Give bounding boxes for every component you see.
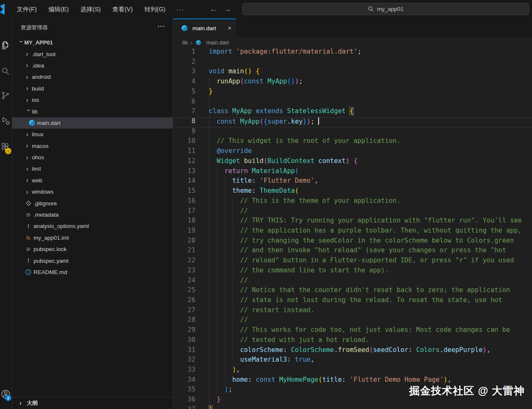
- breadcrumb-folder[interactable]: lib: [182, 39, 188, 46]
- code-editor[interactable]: 1import 'package:flutter/material.dart';…: [173, 48, 532, 409]
- code-line-27[interactable]: 27 // restart instead.: [173, 306, 532, 316]
- run-debug-icon[interactable]: [0, 116, 11, 127]
- tree-item-web[interactable]: ›web: [12, 175, 173, 186]
- tree-item-label: test: [32, 166, 41, 172]
- sidebar-more-actions-button[interactable]: ···: [158, 23, 165, 30]
- code-text: return MaterialApp(: [209, 167, 299, 175]
- code-line-11[interactable]: 11 @override: [173, 147, 532, 157]
- code-line-19[interactable]: 19 // the application has a purple toolb…: [173, 227, 532, 237]
- code-line-1[interactable]: 1import 'package:flutter/material.dart';: [173, 48, 532, 58]
- code-line-2[interactable]: 2: [173, 58, 532, 68]
- outline-section-header[interactable]: › 大纲: [12, 397, 173, 409]
- tree-item-pubspec-lock[interactable]: pubspec.lock: [12, 243, 173, 255]
- extensions-warning-badge: ⚠: [5, 148, 11, 154]
- tab-label: main.dart: [192, 25, 216, 31]
- tree-item-android[interactable]: ›android: [12, 71, 173, 83]
- tree-item-lib[interactable]: ›lib: [12, 106, 173, 117]
- code-line-24[interactable]: 24 //: [173, 277, 532, 287]
- search-icon[interactable]: [0, 66, 11, 77]
- code-line-13[interactable]: 13 return MaterialApp(: [173, 167, 532, 177]
- menu-item-4[interactable]: 转到(G): [139, 3, 171, 16]
- tree-item--metadata[interactable]: .metadata: [12, 209, 173, 220]
- code-line-22[interactable]: 22 // reload" button in a Flutter-suppor…: [173, 256, 532, 267]
- tree-item-build[interactable]: ›build: [12, 83, 173, 94]
- tree-item--idea[interactable]: ›.idea: [12, 60, 173, 71]
- code-line-18[interactable]: 18 // TRY THIS: Try running your applica…: [173, 217, 532, 227]
- code-line-26[interactable]: 26 // state is not lost during the reloa…: [173, 296, 532, 306]
- tree-item-pubspec-yaml[interactable]: !pubspec.yaml: [12, 255, 173, 266]
- code-line-21[interactable]: 21 // and then invoke "hot reload" (save…: [173, 246, 532, 256]
- tree-item-windows[interactable]: ›windows: [12, 186, 173, 197]
- tab-close-icon[interactable]: ×: [228, 25, 231, 31]
- code-line-16[interactable]: 16 // This is the theme of your applicat…: [173, 197, 532, 207]
- code-line-32[interactable]: 32 useMaterial3: true,: [173, 356, 532, 366]
- code-line-20[interactable]: 20 // try changing the seedColor in the …: [173, 237, 532, 247]
- tree-item-label: .metadata: [34, 212, 59, 218]
- code-line-31[interactable]: 31 colorScheme: ColorScheme.fromSeed(see…: [173, 346, 532, 356]
- nav-forward-button[interactable]: →: [223, 5, 231, 14]
- menu-more-button[interactable]: ···: [171, 6, 189, 13]
- code-line-6[interactable]: 6: [173, 98, 532, 108]
- code-line-10[interactable]: 10 // This widget is the root of your ap…: [173, 137, 532, 147]
- line-number: 11: [173, 147, 195, 155]
- tree-item-analysis-options-yaml[interactable]: !analysis_options.yaml: [12, 220, 173, 232]
- dart-file-icon: [28, 119, 35, 126]
- tree-item-test[interactable]: ›test: [12, 163, 173, 174]
- code-line-7[interactable]: 7class MyApp extends StatelessWidget {: [173, 107, 532, 117]
- tree-item-label: windows: [32, 189, 54, 195]
- code-line-30[interactable]: 30 // tested with just a hot reload.: [173, 336, 532, 346]
- code-line-5[interactable]: 5}: [173, 88, 532, 98]
- tree-item-linux[interactable]: ›linux: [12, 129, 173, 140]
- tree-item-macos[interactable]: ›macos: [12, 140, 173, 152]
- code-text: Widget build(BuildContext context) {: [209, 157, 358, 165]
- code-line-9[interactable]: 9: [173, 127, 532, 137]
- chevron-right-icon: ›: [26, 155, 32, 160]
- code-line-3[interactable]: 3void main() {: [173, 67, 532, 78]
- line-number: 9: [173, 127, 195, 135]
- tree-item-label: analysis_options.yaml: [34, 223, 89, 229]
- menu-item-3[interactable]: 查看(V): [106, 3, 138, 16]
- line-number: 28: [173, 316, 195, 324]
- title-bar: 文件(F)编辑(E)选择(S)查看(V)转到(G)··· ← → my_app0…: [0, 0, 532, 18]
- tree-item--gitignore[interactable]: .gitignore: [12, 197, 173, 209]
- line-number: 30: [173, 336, 195, 344]
- iml-file-icon: [25, 235, 32, 241]
- nav-back-button[interactable]: ←: [210, 5, 218, 14]
- tree-item-readme-md[interactable]: README.md: [12, 267, 173, 278]
- menu-item-2[interactable]: 选择(S): [75, 3, 106, 16]
- code-line-17[interactable]: 17 //: [173, 207, 532, 217]
- tree-item--dart-tool[interactable]: ›.dart_tool: [12, 48, 173, 60]
- code-line-12[interactable]: 12 Widget build(BuildContext context) {: [173, 157, 532, 167]
- yaml-file-icon: !: [25, 223, 32, 230]
- code-line-29[interactable]: 29 // This works for code too, not just …: [173, 326, 532, 336]
- code-line-4[interactable]: 4 runApp(const MyApp());: [173, 78, 532, 88]
- command-center-search[interactable]: my_app01: [242, 3, 529, 15]
- code-line-37[interactable]: 37}: [173, 406, 532, 409]
- code-line-8[interactable]: 8 const MyApp({super.key});: [173, 117, 532, 127]
- tree-item-main-dart[interactable]: main.dart: [12, 117, 173, 129]
- menu-item-1[interactable]: 编辑(E): [43, 3, 75, 16]
- code-line-23[interactable]: 23 // the command line to start the app)…: [173, 267, 532, 277]
- explorer-icon[interactable]: [0, 40, 11, 51]
- code-line-28[interactable]: 28 //: [173, 316, 532, 326]
- line-number: 15: [173, 187, 195, 194]
- chevron-right-icon: ›: [19, 400, 25, 406]
- tree-item-my-app01[interactable]: ›MY_APP01: [12, 37, 173, 48]
- code-line-25[interactable]: 25 // Notice that the counter didn't res…: [173, 286, 532, 296]
- breadcrumb-file[interactable]: main.dart: [206, 39, 229, 46]
- code-line-33[interactable]: 33 ),: [173, 366, 532, 376]
- tree-item-ios[interactable]: ›ios: [12, 94, 173, 106]
- tree-item-my-app01-iml[interactable]: my_app01.iml: [12, 232, 173, 243]
- lines-file-icon: [25, 212, 32, 218]
- tree-item-label: macos: [32, 143, 49, 149]
- menu-item-0[interactable]: 文件(F): [11, 3, 43, 16]
- chevron-right-icon: ›: [26, 177, 32, 183]
- code-line-15[interactable]: 15 theme: ThemeData(: [173, 187, 532, 197]
- code-text: }: [209, 396, 221, 403]
- source-control-icon[interactable]: [0, 91, 11, 101]
- code-text: home: const MyHomePage(title: 'Flutter D…: [209, 376, 452, 383]
- code-line-14[interactable]: 14 title: 'Flutter Demo',: [173, 177, 532, 187]
- tab-main-dart[interactable]: main.dart ×: [173, 18, 236, 37]
- tree-item-ohos[interactable]: ›ohos: [12, 152, 173, 163]
- chevron-down-icon: ›: [26, 109, 32, 115]
